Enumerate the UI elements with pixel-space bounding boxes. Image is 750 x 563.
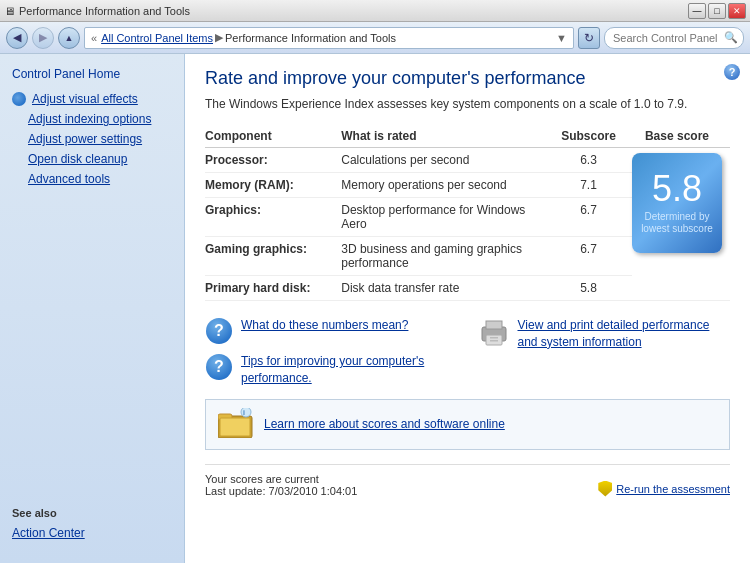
sidebar-label-disk-cleanup: Open disk cleanup bbox=[28, 152, 127, 166]
sidebar-label-visual-effects: Adjust visual effects bbox=[32, 92, 138, 106]
question-icon-1: ? bbox=[205, 317, 233, 345]
subtitle: The Windows Experience Index assesses ke… bbox=[205, 97, 730, 111]
base-score-label: Determined by lowest subscore bbox=[632, 211, 722, 235]
breadcrumb-separator: « bbox=[91, 32, 97, 44]
base-score-box: 5.8 Determined by lowest subscore bbox=[632, 153, 722, 253]
rerun-label: Re-run the assessment bbox=[616, 483, 730, 495]
sidebar-label-indexing: Adjust indexing options bbox=[28, 112, 151, 126]
up-button[interactable]: ▲ bbox=[58, 27, 80, 49]
component-processor: Processor: bbox=[205, 148, 341, 173]
sidebar-label-power: Adjust power settings bbox=[28, 132, 142, 146]
breadcrumb-item-1[interactable]: All Control Panel Items bbox=[101, 32, 213, 44]
sidebar-item-disk-cleanup[interactable]: Open disk cleanup bbox=[0, 149, 184, 169]
back-button[interactable]: ◀ bbox=[6, 27, 28, 49]
printer-icon bbox=[478, 319, 510, 350]
title-bar-controls: — □ ✕ bbox=[688, 3, 746, 19]
title-bar-left: 🖥 Performance Information and Tools bbox=[4, 5, 190, 17]
main-container: Control Panel Home Adjust visual effects… bbox=[0, 54, 750, 563]
sidebar-home-link[interactable]: Control Panel Home bbox=[0, 64, 184, 89]
sidebar-item-indexing[interactable]: Adjust indexing options bbox=[0, 109, 184, 129]
search-wrapper: 🔍 bbox=[604, 27, 744, 49]
what-disk: Disk data transfer rate bbox=[341, 276, 553, 301]
subscore-ram: 7.1 bbox=[553, 173, 632, 198]
shield-icon bbox=[598, 481, 612, 497]
link-item-tips: ? Tips for improving your computer's per… bbox=[205, 353, 458, 387]
subscore-gaming-graphics: 6.7 bbox=[553, 237, 632, 276]
what-ram: Memory operations per second bbox=[341, 173, 553, 198]
col-header-subscore: Subscore bbox=[553, 125, 632, 148]
component-graphics: Graphics: bbox=[205, 198, 341, 237]
breadcrumb-dropdown[interactable]: ▼ bbox=[556, 32, 567, 44]
print-details-link[interactable]: View and print detailed performance and … bbox=[518, 317, 731, 351]
what-processor: Calculations per second bbox=[341, 148, 553, 173]
svg-text:i: i bbox=[243, 409, 245, 416]
link-item-numbers: ? What do these numbers mean? bbox=[205, 317, 458, 345]
performance-table: Component What is rated Subscore Base sc… bbox=[205, 125, 730, 301]
address-bar: ◀ ▶ ▲ « All Control Panel Items ▶ Perfor… bbox=[0, 22, 750, 54]
minimize-button[interactable]: — bbox=[688, 3, 706, 19]
improving-tips-link[interactable]: Tips for improving your computer's perfo… bbox=[241, 353, 458, 387]
search-input[interactable] bbox=[604, 27, 744, 49]
breadcrumb-arrow: ▶ bbox=[215, 31, 223, 44]
sidebar-item-visual-effects[interactable]: Adjust visual effects bbox=[0, 89, 184, 109]
window-title: Performance Information and Tools bbox=[19, 5, 190, 17]
last-update-text: Last update: 7/03/2010 1:04:01 bbox=[205, 485, 357, 497]
component-ram: Memory (RAM): bbox=[205, 173, 341, 198]
what-graphics: Desktop performance for Windows Aero bbox=[341, 198, 553, 237]
table-row: Processor: Calculations per second 6.3 5… bbox=[205, 148, 730, 173]
component-disk: Primary hard disk: bbox=[205, 276, 341, 301]
question-circle-1: ? bbox=[206, 318, 232, 344]
page-title: Rate and improve your computer's perform… bbox=[205, 68, 730, 89]
content-area: ? Rate and improve your computer's perfo… bbox=[185, 54, 750, 563]
window-icon: 🖥 bbox=[4, 5, 15, 17]
forward-button[interactable]: ▶ bbox=[32, 27, 54, 49]
base-score-cell: 5.8 Determined by lowest subscore bbox=[632, 148, 730, 301]
right-link-section: View and print detailed performance and … bbox=[478, 317, 731, 387]
links-section: ? What do these numbers mean? ? Tips for… bbox=[205, 317, 730, 387]
subscore-processor: 6.3 bbox=[553, 148, 632, 173]
footer-status: Your scores are current Last update: 7/0… bbox=[205, 473, 357, 497]
scores-current-text: Your scores are current bbox=[205, 473, 357, 485]
footer-bar: Your scores are current Last update: 7/0… bbox=[205, 464, 730, 497]
sidebar-item-action-center[interactable]: Action Center bbox=[12, 523, 172, 543]
learn-more-link[interactable]: Learn more about scores and software onl… bbox=[264, 416, 505, 433]
close-button[interactable]: ✕ bbox=[728, 3, 746, 19]
sidebar: Control Panel Home Adjust visual effects… bbox=[0, 54, 185, 563]
refresh-button[interactable]: ↻ bbox=[578, 27, 600, 49]
title-bar: 🖥 Performance Information and Tools — □ … bbox=[0, 0, 750, 22]
globe-icon bbox=[12, 92, 26, 106]
sidebar-item-advanced-tools[interactable]: Advanced tools bbox=[0, 169, 184, 189]
col-header-base-score: Base score bbox=[632, 125, 730, 148]
sidebar-item-power[interactable]: Adjust power settings bbox=[0, 129, 184, 149]
numbers-meaning-link[interactable]: What do these numbers mean? bbox=[241, 317, 408, 334]
sidebar-see-also: See also Action Center bbox=[0, 497, 184, 553]
subscore-graphics: 6.7 bbox=[553, 198, 632, 237]
what-gaming-graphics: 3D business and gaming graphics performa… bbox=[341, 237, 553, 276]
svg-rect-3 bbox=[490, 337, 498, 339]
breadcrumb-item-2: Performance Information and Tools bbox=[225, 32, 396, 44]
action-center-label: Action Center bbox=[12, 526, 85, 540]
see-also-label: See also bbox=[12, 507, 172, 519]
home-label: Control Panel Home bbox=[12, 67, 120, 81]
folder-icon: i bbox=[218, 408, 254, 441]
breadcrumb: « All Control Panel Items ▶ Performance … bbox=[84, 27, 574, 49]
subscore-disk: 5.8 bbox=[553, 276, 632, 301]
sidebar-label-advanced-tools: Advanced tools bbox=[28, 172, 110, 186]
bottom-link-box: i Learn more about scores and software o… bbox=[205, 399, 730, 450]
maximize-button[interactable]: □ bbox=[708, 3, 726, 19]
question-icon-2: ? bbox=[205, 353, 233, 381]
question-circle-2: ? bbox=[206, 354, 232, 380]
rerun-assessment-link[interactable]: Re-run the assessment bbox=[598, 481, 730, 497]
svg-rect-1 bbox=[486, 321, 502, 329]
col-header-what-rated: What is rated bbox=[341, 125, 553, 148]
help-icon[interactable]: ? bbox=[724, 64, 740, 80]
svg-rect-4 bbox=[490, 340, 498, 342]
search-icon: 🔍 bbox=[724, 31, 738, 44]
left-links: ? What do these numbers mean? ? Tips for… bbox=[205, 317, 458, 387]
svg-rect-7 bbox=[220, 418, 250, 436]
base-score-number: 5.8 bbox=[652, 171, 702, 207]
component-gaming-graphics: Gaming graphics: bbox=[205, 237, 341, 276]
col-header-component: Component bbox=[205, 125, 341, 148]
